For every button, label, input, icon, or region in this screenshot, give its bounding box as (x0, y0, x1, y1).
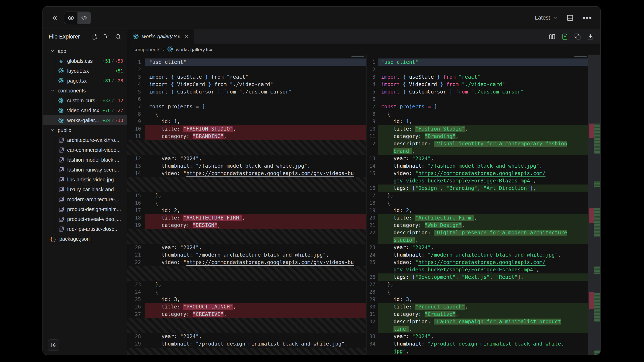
code-line[interactable]: description: "Visual identity for a cont… (378, 140, 588, 147)
code-line[interactable]: id: 2, (145, 207, 366, 214)
code-line[interactable]: category: "Web Design", (378, 222, 588, 229)
file-diff-icon[interactable] (562, 33, 568, 40)
code-line[interactable]: { (145, 288, 366, 296)
code-line[interactable]: thumbnail: "/fashion-model-black-and-whi… (378, 162, 588, 170)
code-line[interactable]: import { CustomCursor } from "./custom-c… (145, 88, 366, 95)
code-line[interactable]: { (145, 110, 366, 118)
tree-item-product-design-minim[interactable]: product-design-minim... (43, 204, 127, 214)
code-line[interactable]: year: "2024", (378, 244, 588, 251)
code-line[interactable]: category: "Creative", (378, 311, 588, 318)
tree-item-layout-tsx[interactable]: layout.tsx+51 (43, 66, 127, 76)
tree-item-fashion-model-black[interactable]: fashion-model-black-... (43, 155, 127, 165)
code-line[interactable]: category: "DESIGN", (145, 222, 366, 229)
tree-item-package-json[interactable]: {}package.json (43, 234, 127, 244)
code-line[interactable]: tags: ["Development", "Next.js", "React"… (378, 274, 588, 281)
tree-item-globals-css[interactable]: #globals.css+51/-50 (43, 56, 127, 66)
tab-works-gallery[interactable]: works-gallery.tsx ✕ (127, 29, 194, 44)
code-line[interactable]: id: 3, (378, 296, 588, 303)
code-line[interactable]: tags: ["Design", "Branding", "Art Direct… (378, 185, 588, 192)
copy-icon[interactable] (574, 33, 581, 40)
code-line[interactable]: year: "2024", (378, 155, 588, 162)
code-line[interactable]: video: "https://commondatastorage.google… (378, 170, 588, 177)
version-selector[interactable]: Latest (535, 15, 558, 21)
code-toggle-icon[interactable] (78, 12, 91, 24)
code-line[interactable]: { (378, 199, 588, 207)
code-line[interactable]: gtv-videos-bucket/sample/ForBiggerEscape… (378, 266, 588, 274)
code-line[interactable]: id: 1, (145, 118, 366, 125)
code-line[interactable]: title: "FASHION STUDIO", (145, 125, 366, 133)
code-line[interactable]: thumbnail: "/fashion-model-black-and-whi… (145, 162, 366, 170)
code-line[interactable]: import { useState } from "react" (378, 73, 588, 81)
tree-item-luxury-car-black-and[interactable]: luxury-car-black-and-... (43, 185, 127, 194)
code-line[interactable]: title: "Architecture Firm", (378, 214, 588, 222)
code-line[interactable]: video: "https://commondatastorage.google… (145, 170, 366, 177)
tree-item-custom-curs[interactable]: custom-curs...+33/-12 (43, 95, 127, 105)
code-line[interactable]: }, (378, 281, 588, 288)
tree-item-page-tsx[interactable]: page.tsx+81/-28 (43, 76, 127, 86)
code-line[interactable]: { (378, 288, 588, 296)
code-line[interactable]: { (145, 199, 366, 207)
code-line[interactable]: thumbnail: "/modern-architecture-black-a… (145, 251, 366, 259)
code-line[interactable]: category: "Branding", (378, 133, 588, 140)
code-line[interactable]: import { VideoCard } from "./video-card" (145, 81, 366, 88)
code-line[interactable]: import { CustomCursor } from "./custom-c… (378, 88, 588, 95)
code-line[interactable]: title: "PRODUCT LAUNCH", (145, 303, 366, 311)
tree-item-modern-architecture[interactable]: modern-architecture-... (43, 194, 127, 204)
tree-item-video-card-tsx[interactable]: video-card.tsx+76/-27 (43, 105, 127, 115)
code-line[interactable]: year: "2024", (145, 333, 366, 340)
code-line[interactable]: import { VideoCard } from "./video-card" (378, 81, 588, 88)
new-file-icon[interactable] (92, 33, 98, 40)
code-line[interactable]: year: "2024", (145, 155, 366, 162)
code-line[interactable]: thumbnail: "/product-design-minimalist-b… (145, 340, 366, 348)
more-options-icon[interactable]: ••• (582, 14, 592, 22)
code-line[interactable]: "use client" (378, 58, 588, 66)
tree-item-public[interactable]: public (43, 125, 127, 135)
tree-item-architecture-walkthro[interactable]: architecture-walkthro... (43, 135, 127, 145)
tree-item-red-lips-artistic-close[interactable]: red-lips-artistic-close... (43, 224, 127, 234)
code-line[interactable] (378, 95, 588, 103)
code-line[interactable]: description: "Launch campaign for a mini… (378, 318, 588, 325)
code-line[interactable]: title: "Product Launch", (378, 303, 588, 311)
tree-item-product-reveal-video-j[interactable]: product-reveal-video.j... (43, 214, 127, 224)
panel-layout-icon[interactable] (566, 14, 574, 21)
sidebar-collapse-icon[interactable] (51, 14, 58, 21)
code-line[interactable]: category: "BRANDING", (145, 133, 366, 140)
code-line[interactable]: line", (378, 325, 588, 333)
tree-item-components[interactable]: components (43, 86, 127, 95)
horizontal-scrollbar[interactable] (352, 56, 364, 57)
code-line[interactable] (378, 66, 588, 73)
code-line[interactable]: thumbnail: "/modern-architecture-black-a… (378, 251, 588, 259)
code-line[interactable]: }, (145, 281, 366, 288)
code-line[interactable]: id: 1, (378, 118, 588, 125)
code-line[interactable]: thumbnail: "/product-design-minimalist-b… (378, 340, 588, 348)
download-icon[interactable] (587, 33, 594, 40)
collapse-sidebar-button[interactable] (48, 339, 59, 351)
code-line[interactable]: }, (378, 192, 588, 199)
code-line[interactable]: id: 3, (145, 296, 366, 303)
code-line[interactable]: "use client" (145, 58, 366, 66)
breadcrumb-file[interactable]: works-gallery.tsx (176, 47, 212, 52)
horizontal-scrollbar[interactable] (574, 56, 587, 57)
code-line[interactable]: description: "Digital presence for a mod… (378, 229, 588, 236)
code-line[interactable]: year: "2024", (378, 333, 588, 340)
code-line[interactable]: title: "Fashion Studio", (378, 125, 588, 133)
tree-item-car-commercial-video[interactable]: car-commercial-video... (43, 145, 127, 155)
preview-toggle-eye-icon[interactable] (64, 12, 78, 24)
code-line[interactable]: year: "2024", (145, 244, 366, 251)
code-line[interactable] (145, 66, 366, 73)
code-line[interactable]: title: "ARCHITECTURE FIRM", (145, 214, 366, 222)
tree-item-works-galler[interactable]: works-galler...+24/-13 (43, 115, 127, 125)
code-line[interactable]: import { useState } from "react" (145, 73, 366, 81)
code-line[interactable]: const projects = [ (145, 103, 366, 110)
breadcrumb-folder[interactable]: components (134, 47, 160, 52)
search-icon[interactable] (115, 33, 121, 40)
code-line[interactable]: studio", (378, 236, 588, 244)
code-line[interactable] (145, 95, 366, 103)
code-line[interactable]: video: "https://commondatastorage.google… (378, 259, 588, 266)
code-line[interactable]: { (378, 110, 588, 118)
split-view-icon[interactable] (549, 33, 556, 40)
code-line[interactable]: jpg", (378, 348, 588, 355)
code-line[interactable]: gtv-videos-bucket/sample/ForBiggerBlazes… (378, 177, 588, 185)
code-line[interactable]: }, (145, 192, 366, 199)
code-line[interactable]: category: "CREATIVE", (145, 311, 366, 318)
